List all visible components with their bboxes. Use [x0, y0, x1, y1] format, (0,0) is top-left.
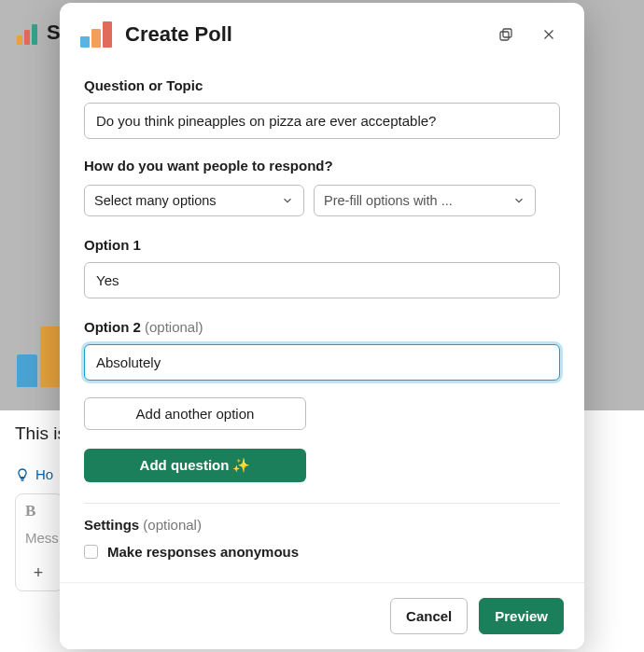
divider	[84, 503, 560, 504]
create-poll-modal: Create Poll Question or Topic How do you…	[60, 3, 584, 649]
response-mode-value: Select many options	[94, 193, 217, 208]
bold-format-icon[interactable]: B	[25, 502, 53, 520]
logo-bars-icon	[17, 24, 37, 45]
sparkle-icon: ✨	[232, 457, 250, 473]
modal-title: Create Poll	[125, 22, 478, 47]
add-question-button[interactable]: Add question✨	[84, 449, 306, 482]
app-logo: Si	[17, 21, 66, 45]
option-1-input[interactable]	[84, 262, 560, 298]
modal-footer: Cancel Preview	[60, 582, 584, 649]
prefill-select[interactable]: Pre-fill options with ...	[314, 185, 536, 216]
modal-body[interactable]: Question or Topic How do you want people…	[60, 62, 584, 582]
poll-app-logo-icon	[80, 21, 112, 48]
select-row: Select many options Pre-fill options wit…	[84, 185, 560, 216]
close-icon	[540, 26, 557, 43]
question-input[interactable]	[84, 103, 560, 139]
add-question-label: Add question	[140, 457, 230, 473]
settings-label-text: Settings	[84, 517, 139, 533]
question-label: Question or Topic	[84, 77, 560, 93]
option-2-input[interactable]	[84, 344, 560, 381]
preview-button[interactable]: Preview	[479, 598, 564, 634]
close-button[interactable]	[534, 20, 564, 49]
response-mode-select[interactable]: Select many options	[84, 185, 304, 216]
compose-placeholder-fragment: Mess	[25, 530, 53, 546]
chevron-down-icon	[512, 194, 525, 207]
settings-heading: Settings (optional)	[84, 517, 560, 533]
anonymous-checkbox[interactable]	[84, 545, 98, 559]
add-option-button[interactable]: Add another option	[84, 397, 306, 430]
compose-add-icon[interactable]: +	[25, 562, 51, 583]
prefill-value: Pre-fill options with ...	[324, 193, 453, 208]
option-2-label: Option 2 (optional)	[84, 319, 560, 335]
option-2-label-text: Option 2	[84, 319, 141, 335]
lightbulb-icon	[15, 467, 30, 482]
compose-box[interactable]: B Mess +	[15, 493, 63, 591]
cancel-button[interactable]: Cancel	[390, 598, 468, 634]
anonymous-label: Make responses anonymous	[107, 544, 299, 560]
respond-label: How do you want people to respond?	[84, 158, 560, 173]
anonymous-setting-row: Make responses anonymous	[84, 544, 560, 560]
background-chart-icon	[17, 326, 61, 387]
option-1-label: Option 1	[84, 237, 560, 253]
modal-header: Create Poll	[60, 3, 584, 62]
option-2-optional-text: (optional)	[145, 319, 203, 335]
popout-icon	[497, 26, 514, 43]
hint-text-fragment: Ho	[35, 466, 53, 482]
svg-rect-1	[500, 32, 509, 40]
settings-optional-text: (optional)	[143, 517, 202, 533]
open-new-window-button[interactable]	[491, 20, 521, 49]
chevron-down-icon	[281, 194, 294, 207]
svg-rect-0	[503, 29, 511, 37]
